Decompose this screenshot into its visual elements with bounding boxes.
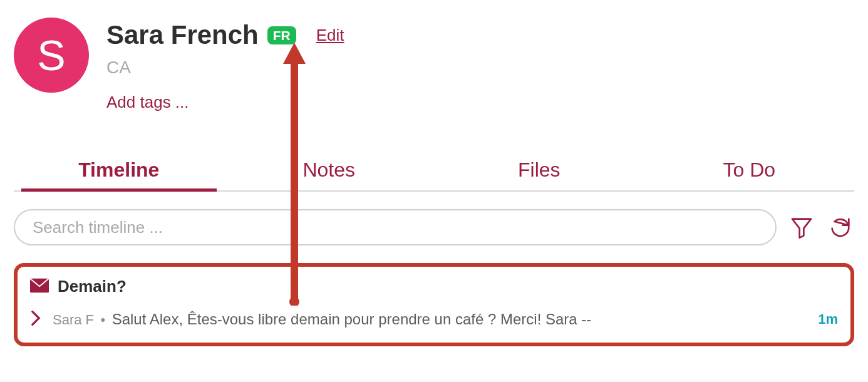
tabs: Timeline Notes Files To Do (14, 158, 854, 192)
email-preview: Salut Alex, Êtes-vous libre demain pour … (112, 311, 592, 328)
separator-dot: • (100, 312, 105, 328)
refresh-icon[interactable] (827, 214, 854, 241)
email-subject: Demain? (58, 277, 127, 296)
edit-link[interactable]: Edit (316, 26, 344, 45)
contact-name: Sara French (106, 20, 259, 50)
chevron-right-icon[interactable] (30, 310, 41, 329)
contact-location: CA (106, 58, 854, 78)
tab-timeline[interactable]: Timeline (14, 158, 224, 190)
avatar[interactable]: S (14, 18, 89, 93)
timeline-item[interactable]: Demain? Sara F • Salut Alex, Êtes-vous l… (14, 263, 854, 346)
email-sender: Sara F (53, 312, 94, 328)
filter-icon[interactable] (788, 214, 815, 241)
tab-todo[interactable]: To Do (644, 158, 855, 190)
mail-icon (30, 278, 49, 296)
tab-files[interactable]: Files (434, 158, 644, 190)
contact-header: S Sara French FR Edit CA Add tags ... (14, 18, 854, 112)
timestamp: 1m (818, 311, 838, 328)
language-badge: FR (267, 26, 296, 44)
add-tags-button[interactable]: Add tags ... (106, 93, 854, 112)
search-row (14, 209, 854, 245)
avatar-initial: S (37, 31, 65, 80)
search-input[interactable] (14, 209, 777, 245)
tab-notes[interactable]: Notes (224, 158, 435, 190)
